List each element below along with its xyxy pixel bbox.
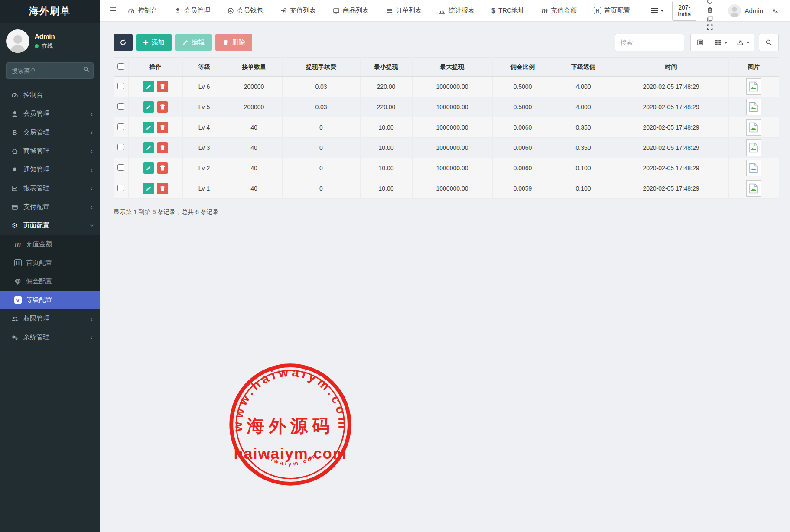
sidebar-item-2[interactable]: B交易管理‹ [0,123,100,142]
cell-fee: 0.03 [282,97,360,117]
row-edit-button[interactable] [143,183,154,194]
row-checkbox[interactable] [117,123,124,130]
row-delete-button[interactable] [157,122,168,133]
credit-card-icon [9,204,21,211]
row-delete-button[interactable] [157,162,168,174]
cell-time: 2020-02-05 17:48:29 [614,138,728,158]
navbar-user[interactable]: Admin [728,4,763,17]
nav-item-2[interactable]: 会员钱包 [227,6,263,15]
sidebar-item-4[interactable]: 通知管理‹ [0,160,100,179]
table-search-input[interactable] [615,34,684,51]
table-row: Lv 140010.001000000.000.00590.1002020-02… [114,178,779,199]
cell-min: 10.00 [360,138,412,158]
sidebar-item-label: 会员管理 [23,110,90,118]
sidebar-subitem-1[interactable]: H首页配置 [0,253,100,272]
sidebar-search-input[interactable] [6,62,94,79]
delete-button[interactable]: 删除 [215,34,252,51]
hamburger-icon[interactable]: ☰ [106,4,120,17]
nav-item-1[interactable]: 会员管理 [174,6,210,15]
nav-item-7[interactable]: $TRC地址 [491,6,525,15]
nav-item-label: 会员钱包 [237,6,263,15]
copy-icon[interactable] [706,15,713,22]
nav-item-label: TRC地址 [498,6,525,15]
sidebar-item-5[interactable]: 报表管理‹ [0,179,100,198]
sidebar-item-label: 交易管理 [23,128,90,136]
sidebar-subitem-2[interactable]: 佣金配置 [0,272,100,291]
row-edit-button[interactable] [143,122,154,133]
column-header: 操作 [128,58,182,77]
sidebar-item-9[interactable]: 系统管理‹ [0,328,100,347]
user-panel: Admin 在线 [0,23,100,58]
cell-max: 1000000.00 [412,97,492,117]
columns-button[interactable] [710,34,732,51]
row-edit-button[interactable] [143,101,154,113]
chart-line-icon [9,185,21,192]
row-edit-button[interactable] [143,81,154,92]
refresh-button[interactable] [114,34,133,51]
row-checkbox[interactable] [117,103,124,110]
list-dropdown-button[interactable] [647,5,668,16]
row-delete-button[interactable] [157,81,168,92]
site-selector-button[interactable]: 207-India [672,1,696,21]
row-edit-button[interactable] [143,142,154,153]
nav-item-5[interactable]: 订单列表 [386,6,422,15]
cell-fee: 0 [282,178,360,199]
nav-item-0[interactable]: 控制台 [128,6,157,15]
bitcoin-icon: B [9,129,21,136]
nav-item-8[interactable]: m充值金额 [542,6,577,15]
avatar [728,4,741,17]
row-delete-button[interactable] [157,101,168,113]
member-icon [9,110,21,117]
select-all-checkbox[interactable] [117,63,124,70]
cogs-icon[interactable] [771,7,778,14]
nav-item-4[interactable]: 商品列表 [333,6,369,15]
cell-min: 220.00 [360,77,412,97]
cell-sub: 0.100 [553,158,614,178]
row-checkbox[interactable] [117,144,124,150]
cell-ratio: 0.5000 [492,97,553,117]
plus-icon: ✚ [143,39,149,46]
row-delete-button[interactable] [157,142,168,153]
nav-item-6[interactable]: 统计报表 [439,6,475,15]
sidebar-item-0[interactable]: 控制台 [0,86,100,104]
edit-button[interactable]: 编辑 [175,34,212,51]
detail-view-button[interactable] [690,34,710,51]
bell-icon [9,166,21,173]
row-checkbox[interactable] [117,164,124,171]
sidebar-subitem-0[interactable]: m充值金额 [0,235,100,253]
row-checkbox[interactable] [117,83,124,89]
cell-level: Lv 6 [182,77,226,97]
sidebar-item-1[interactable]: 会员管理‹ [0,104,100,123]
cell-orders: 200000 [226,77,282,97]
chevron-down-icon [746,42,750,44]
home-icon [9,148,21,155]
chevron-left-icon: ‹ [90,110,93,117]
column-header: 下级返佣 [553,58,614,77]
sidebar-item-3[interactable]: 商城管理‹ [0,142,100,160]
cell-fee: 0 [282,158,360,178]
sidebar-item-6[interactable]: 支付配置‹ [0,198,100,216]
add-button[interactable]: ✚ 添加 [136,34,172,51]
table-row: Lv 52000000.03220.001000000.000.50004.00… [114,97,779,117]
sidebar-item-7[interactable]: ⚙页面配置‹ [0,216,100,235]
export-button[interactable] [732,34,754,51]
trash-icon[interactable] [706,6,713,13]
row-checkbox[interactable] [117,185,124,191]
row-image-thumbnail [746,119,761,136]
sidebar-subitem-3[interactable]: v等级配置 [0,291,100,309]
sidebar-item-label: 权限管理 [23,315,90,323]
sidebar-submenu: m充值金额H首页配置佣金配置v等级配置 [0,235,100,309]
cell-level: Lv 5 [182,97,226,117]
cell-level: Lv 3 [182,138,226,158]
watermark-stamp: www.haiwaiym.com 海外源码 haiwaiym.com haiwa… [228,362,353,487]
nav-item-label: 充值金额 [551,6,577,15]
sidebar-item-8[interactable]: 权限管理‹ [0,309,100,328]
row-delete-button[interactable] [157,183,168,194]
nav-item-3[interactable]: 充值列表 [280,6,316,15]
dollar-icon: $ [491,7,495,15]
sidebar: 海外刷单 Admin 在线 控制台会员管理‹B交易管理‹商城管理‹通知管理‹报表… [0,0,100,532]
row-edit-button[interactable] [143,162,154,174]
nav-item-9[interactable]: H首页配置 [594,6,630,15]
refresh-icon[interactable] [706,0,713,5]
search-toggle-button[interactable] [759,34,779,51]
